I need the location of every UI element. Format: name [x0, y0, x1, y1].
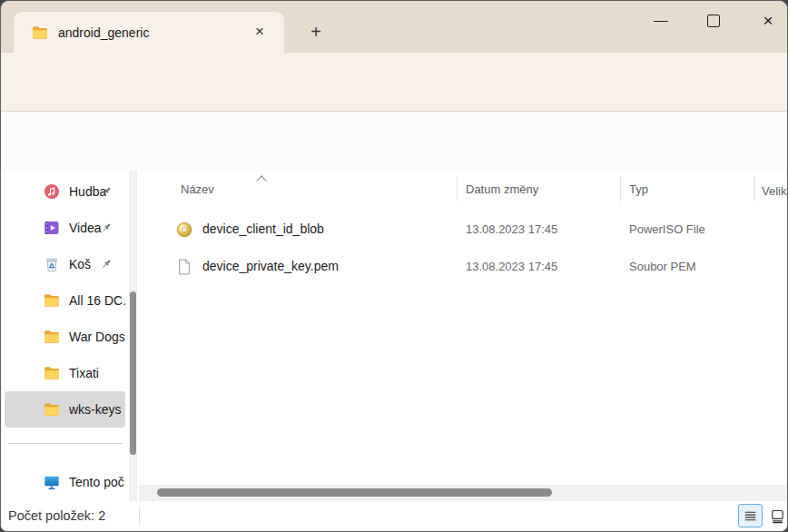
sidebar-item-all-16-dc[interactable]: All 16 DC.: [1, 282, 128, 319]
details-view-icon: [743, 508, 758, 524]
folder-icon: [43, 328, 61, 346]
sidebar-divider: [8, 443, 123, 444]
tab-android-generic[interactable]: android_generic ×: [14, 12, 284, 53]
this-pc-icon: [43, 473, 61, 491]
sidebar-item-label: Tento počítač: [69, 475, 125, 489]
file-date-modified: 13.08.2023 17:45: [466, 260, 557, 273]
new-tab-button[interactable]: +: [300, 20, 331, 44]
sidebar-item-label: wks-keys: [69, 402, 122, 417]
sidebar-item-wks-keys[interactable]: wks-keys: [1, 391, 128, 428]
folder-icon: [31, 24, 49, 42]
sidebar-item-this-pc[interactable]: Tento počítač: [1, 464, 128, 500]
horizontal-scrollbar-thumb[interactable]: [157, 488, 552, 497]
file-name: device_private_key.pem: [202, 259, 339, 273]
sidebar-item-label: Koš: [69, 257, 91, 271]
column-divider[interactable]: [620, 176, 621, 202]
items-count-label: Počet položek: 2: [8, 508, 105, 523]
command-toolbar: Nový: [1, 53, 787, 112]
large-icons-view-icon: [770, 508, 785, 524]
sidebar-item-label: Videa: [69, 221, 102, 235]
tab-close-icon[interactable]: ×: [247, 19, 272, 44]
sidebar-item-kos[interactable]: Koš: [1, 246, 128, 282]
tab-title: android_generic: [58, 25, 149, 40]
pin-icon: [99, 184, 113, 199]
file-row-device-client-id-blob[interactable]: device_client_id_blob 13.08.2023 17:45 P…: [139, 212, 788, 248]
column-header-type[interactable]: Typ: [629, 182, 648, 196]
status-divider: [139, 507, 140, 524]
pin-icon: [99, 257, 113, 271]
close-button[interactable]: ×: [747, 1, 788, 41]
column-header-size[interactable]: Velikost: [762, 184, 788, 198]
address-row: « cdm › devices › android_generic: [1, 112, 787, 171]
sort-ascending-icon: [256, 175, 266, 185]
folder-icon: [43, 364, 61, 382]
details-view-button[interactable]: [738, 504, 763, 527]
file-list: Název Datum změny Typ Velikost device_cl…: [139, 171, 788, 485]
document-icon: [175, 258, 193, 276]
minimize-icon: [654, 21, 668, 22]
maximize-icon: [707, 15, 720, 27]
sidebar-item-war-dogs[interactable]: War Dogs: [1, 319, 128, 355]
file-type: PowerISO File: [629, 222, 705, 236]
folder-icon: [43, 400, 61, 419]
video-icon: [43, 219, 61, 237]
sidebar-item-tixati[interactable]: Tixati: [1, 355, 128, 391]
screen: android_generic × + × Nový: [0, 0, 788, 532]
column-header-date[interactable]: Datum změny: [466, 182, 538, 196]
file-type: Soubor PEM: [629, 260, 696, 273]
maximize-button[interactable]: [693, 1, 734, 41]
sidebar-item-label: Tixati: [69, 366, 99, 380]
column-divider[interactable]: [754, 176, 755, 202]
folder-icon: [43, 291, 61, 310]
pin-icon: [99, 221, 113, 235]
navigation-pane: Hudba Videa: [1, 171, 139, 502]
minimize-button[interactable]: [640, 1, 682, 41]
disc-icon: [175, 221, 193, 239]
recycle-bin-icon: [43, 255, 61, 273]
column-header-name[interactable]: Název: [181, 182, 214, 196]
file-explorer-window: android_generic × + × Nový: [0, 0, 788, 532]
column-header-row: Název Datum změny Typ Velikost: [139, 173, 788, 206]
tab-bar: android_generic × + ×: [1, 1, 787, 53]
file-date-modified: 13.08.2023 17:45: [466, 222, 557, 236]
sidebar-scrollbar-thumb[interactable]: [130, 291, 136, 455]
column-divider[interactable]: [457, 176, 458, 202]
sidebar-item-hudba[interactable]: Hudba: [1, 173, 128, 210]
sidebar-item-label: All 16 DC.: [69, 293, 125, 308]
status-bar: Počet položek: 2: [1, 501, 787, 531]
sidebar-item-videa[interactable]: Videa: [1, 210, 128, 246]
music-icon: [43, 182, 61, 201]
large-icons-view-button[interactable]: [765, 504, 788, 527]
file-name: device_client_id_blob: [202, 222, 324, 236]
sidebar-item-label: War Dogs: [69, 330, 125, 344]
file-row-device-private-key-pem[interactable]: device_private_key.pem 13.08.2023 17:45 …: [139, 249, 788, 285]
